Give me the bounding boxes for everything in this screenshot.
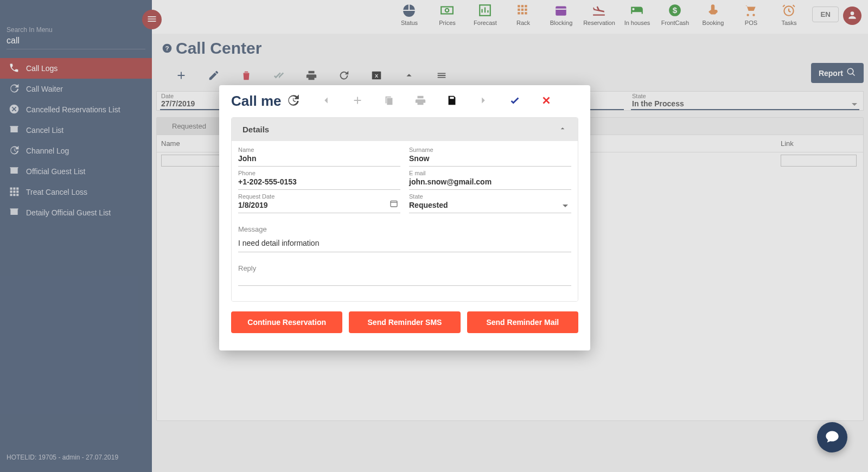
prev-button[interactable] (320, 95, 333, 108)
continue-reservation-button[interactable]: Continue Reservation (231, 311, 342, 333)
chevron-up-icon (558, 124, 567, 135)
field-value: Requested (409, 200, 571, 212)
check-icon (509, 94, 521, 108)
details-section-header[interactable]: Details (232, 118, 578, 141)
field-value: john.snow@gmail.com (409, 176, 571, 188)
field-value: +1-202-555-0153 (238, 176, 400, 188)
field-label: State (409, 193, 571, 200)
next-button[interactable] (477, 95, 490, 108)
reply-field[interactable]: Reply (238, 263, 571, 286)
name-field[interactable]: Name John (238, 145, 400, 167)
svg-rect-11 (391, 201, 397, 207)
surname-field[interactable]: Surname Snow (409, 145, 571, 167)
field-label: Surname (409, 146, 571, 153)
copy-icon (383, 94, 395, 108)
printer-icon (414, 94, 426, 108)
chat-button[interactable] (817, 422, 847, 452)
field-label: Phone (238, 170, 400, 176)
close-icon (540, 94, 552, 108)
field-value: Snow (409, 153, 571, 165)
chevron-left-icon (320, 94, 332, 108)
save-button[interactable] (445, 95, 458, 108)
save-icon (446, 94, 458, 108)
call-me-modal: Call me Details Name John Surn (219, 85, 590, 350)
send-reminder-mail-button[interactable]: Send Reminder Mail (467, 311, 578, 333)
request-date-field[interactable]: Request Date 1/8/2019 (238, 192, 400, 213)
field-label: Reply (238, 264, 571, 272)
plus-icon (352, 94, 363, 108)
field-value: 1/8/2019 (238, 200, 400, 212)
modal-title: Call me (231, 93, 282, 110)
field-value: John (238, 153, 400, 165)
add-button[interactable] (351, 95, 364, 108)
print-button[interactable] (414, 95, 427, 108)
field-label: Name (238, 146, 400, 153)
field-label: E mail (409, 170, 571, 176)
history-icon[interactable] (286, 93, 300, 109)
field-value: I need detail information (238, 233, 571, 251)
calendar-icon[interactable] (390, 199, 398, 209)
chat-bubble-icon (825, 429, 840, 446)
message-field[interactable]: Message I need detail information (238, 224, 571, 252)
field-label: Message (238, 225, 571, 233)
copy-button[interactable] (382, 95, 395, 108)
phone-field[interactable]: Phone +1-202-555-0153 (238, 169, 400, 190)
chevron-down-icon (563, 205, 568, 207)
field-label: Request Date (238, 193, 400, 200)
send-reminder-sms-button[interactable]: Send Reminder SMS (349, 311, 460, 333)
confirm-button[interactable] (508, 95, 521, 108)
email-field[interactable]: E mail john.snow@gmail.com (409, 169, 571, 190)
chevron-right-icon (477, 94, 489, 108)
section-title: Details (242, 125, 269, 134)
close-button[interactable] (540, 95, 553, 108)
state-field[interactable]: State Requested (409, 192, 571, 213)
